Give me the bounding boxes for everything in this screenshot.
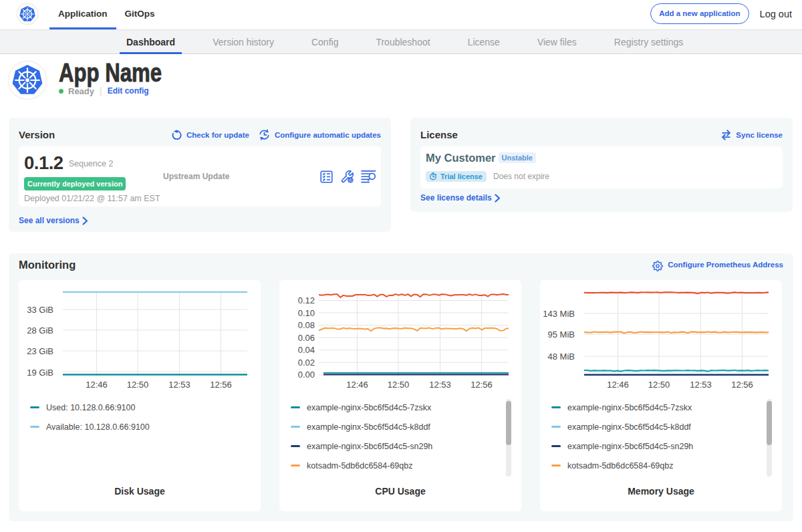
svg-text:0.10: 0.10 (298, 308, 315, 318)
svg-text:12:46: 12:46 (346, 380, 368, 390)
svg-text:0.08: 0.08 (298, 320, 315, 330)
svg-text:12:53: 12:53 (690, 380, 712, 390)
svg-text:95 MiB: 95 MiB (548, 329, 575, 340)
svg-text:0.02: 0.02 (298, 358, 315, 368)
svg-text:12:46: 12:46 (607, 380, 629, 390)
svg-text:12:56: 12:56 (210, 380, 232, 390)
svg-text:23 GiB: 23 GiB (27, 346, 53, 356)
svg-text:28 GiB: 28 GiB (27, 325, 53, 336)
svg-text:12:50: 12:50 (388, 380, 410, 390)
svg-text:33 GiB: 33 GiB (27, 305, 53, 315)
svg-text:0.06: 0.06 (298, 333, 315, 343)
svg-text:143 MiB: 143 MiB (543, 309, 575, 319)
svg-text:0.04: 0.04 (298, 345, 315, 355)
svg-text:12:53: 12:53 (429, 380, 451, 390)
svg-text:12:50: 12:50 (648, 380, 670, 390)
svg-text:12:53: 12:53 (168, 380, 190, 390)
svg-text:12:56: 12:56 (731, 380, 753, 390)
svg-text:12:56: 12:56 (471, 380, 493, 390)
svg-text:0.00: 0.00 (298, 370, 315, 380)
svg-text:12:46: 12:46 (86, 380, 108, 390)
svg-text:19 GiB: 19 GiB (27, 368, 53, 378)
svg-text:12:50: 12:50 (127, 380, 149, 390)
svg-text:0.12: 0.12 (298, 295, 315, 305)
svg-text:48 MiB: 48 MiB (548, 352, 575, 362)
